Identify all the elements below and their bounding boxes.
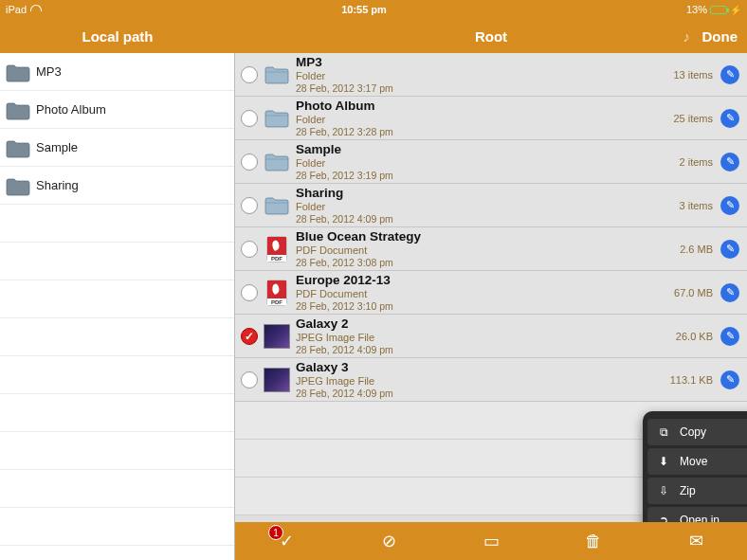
file-row[interactable]: MP3Folder28 Feb, 2012 3:17 pm13 items✎ — [235, 53, 747, 97]
file-info: 13 items — [673, 69, 713, 81]
file-row[interactable]: SampleFolder28 Feb, 2012 3:19 pm2 items✎ — [235, 140, 747, 184]
select-radio[interactable] — [241, 197, 258, 214]
content-title: Root — [235, 28, 747, 45]
done-button[interactable]: Done — [702, 28, 738, 45]
sidebar-item-label: MP3 — [36, 64, 62, 79]
file-name: Galaxy 2 — [296, 316, 670, 332]
file-date: 28 Feb, 2012 3:28 pm — [296, 126, 667, 138]
edit-button[interactable]: ✎ — [720, 153, 739, 172]
pdf-icon — [264, 280, 290, 306]
file-row[interactable]: Blue Ocean StrategyPDF Document28 Feb, 2… — [235, 227, 747, 271]
file-name: Sharing — [296, 186, 674, 201]
zip-icon: ⇩ — [657, 484, 670, 497]
action-button[interactable]: ▭ — [481, 531, 501, 551]
sidebar-item-photo-album[interactable]: Photo Album — [0, 91, 234, 129]
file-name: Sample — [296, 142, 674, 157]
clock: 10:55 pm — [42, 4, 686, 15]
file-name: Photo Album — [296, 99, 667, 114]
charging-icon: ⚡ — [730, 5, 741, 15]
popup-label: Move — [680, 455, 707, 468]
edit-button[interactable]: ✎ — [720, 240, 739, 259]
edit-button[interactable]: ✎ — [720, 65, 739, 84]
file-info: 25 items — [673, 113, 713, 124]
image-icon — [264, 367, 290, 393]
popup-move[interactable]: ⬇Move — [647, 448, 747, 475]
move-icon: ⬇ — [657, 455, 670, 468]
file-date: 28 Feb, 2012 3:10 pm — [296, 300, 668, 313]
battery-percent: 13% — [686, 4, 707, 15]
folder-icon — [6, 100, 28, 119]
edit-button[interactable]: ✎ — [720, 196, 739, 215]
sidebar-item-sharing[interactable]: Sharing — [0, 167, 234, 205]
select-radio[interactable] — [241, 284, 258, 301]
file-row[interactable]: Galaxy 2JPEG Image File28 Feb, 2012 4:09… — [235, 315, 747, 358]
file-type: JPEG Image File — [296, 332, 670, 344]
file-row[interactable]: Europe 2012-13PDF Document28 Feb, 2012 3… — [235, 271, 747, 315]
sidebar-item-mp3[interactable]: MP3 — [0, 53, 234, 91]
select-radio[interactable] — [241, 371, 258, 388]
share-button[interactable]: ✉ — [685, 531, 706, 551]
music-icon[interactable]: ♪ — [683, 28, 691, 45]
file-row[interactable]: SharingFolder28 Feb, 2012 4:09 pm3 items… — [235, 184, 747, 227]
sidebar: MP3Photo AlbumSampleSharing — [0, 53, 235, 560]
file-name: Galaxy 3 — [296, 360, 665, 375]
file-name: MP3 — [296, 55, 667, 70]
file-info: 2 items — [680, 156, 713, 168]
device-label: iPad — [6, 4, 27, 15]
select-radio[interactable] — [241, 241, 258, 258]
sidebar-item-label: Sample — [36, 140, 78, 154]
battery-icon — [710, 6, 727, 14]
wifi-icon — [30, 5, 42, 14]
file-info: 67.0 MB — [674, 287, 713, 298]
folder-icon — [264, 105, 290, 132]
file-date: 28 Feb, 2012 3:19 pm — [296, 170, 674, 182]
popup-label: Copy — [680, 425, 706, 439]
folder-icon — [264, 149, 290, 175]
select-all-button[interactable]: 1 ✓ — [276, 531, 297, 551]
sidebar-item-sample[interactable]: Sample — [0, 129, 234, 167]
copy-icon: ⧉ — [657, 425, 670, 439]
selection-badge: 1 — [268, 525, 283, 540]
folder-icon — [6, 176, 28, 195]
pdf-icon — [264, 236, 290, 262]
popup-copy[interactable]: ⧉Copy — [647, 419, 747, 445]
file-date: 28 Feb, 2012 3:17 pm — [296, 82, 667, 95]
select-radio[interactable] — [241, 328, 258, 345]
bottom-toolbar: 1 ✓ ⊘ ▭ 🗑 ✉ — [235, 522, 747, 560]
sidebar-item-label: Sharing — [36, 178, 79, 192]
sidebar-item-label: Photo Album — [36, 102, 106, 117]
select-radio[interactable] — [241, 154, 258, 171]
folder-icon — [6, 138, 28, 157]
file-row[interactable]: Galaxy 3JPEG Image File28 Feb, 2012 4:09… — [235, 358, 747, 402]
file-type: PDF Document — [296, 288, 668, 300]
file-info: 113.1 KB — [670, 374, 713, 386]
file-name: Blue Ocean Strategy — [296, 229, 674, 244]
delete-button[interactable]: 🗑 — [583, 531, 604, 551]
file-type: Folder — [296, 157, 674, 170]
file-list: MP3Folder28 Feb, 2012 3:17 pm13 items✎Ph… — [235, 53, 747, 560]
edit-button[interactable]: ✎ — [720, 370, 739, 389]
file-date: 28 Feb, 2012 3:08 pm — [296, 257, 674, 269]
file-date: 28 Feb, 2012 4:09 pm — [296, 388, 665, 400]
file-type: Folder — [296, 114, 667, 126]
select-radio[interactable] — [241, 66, 258, 83]
sidebar-title: Local path — [0, 19, 235, 53]
popup-label: Zip — [680, 484, 696, 497]
image-icon — [264, 323, 290, 350]
select-radio[interactable] — [241, 110, 258, 127]
file-name: Europe 2012-13 — [296, 273, 668, 288]
file-row[interactable]: Photo AlbumFolder28 Feb, 2012 3:28 pm25 … — [235, 97, 747, 140]
edit-button[interactable]: ✎ — [720, 109, 739, 128]
folder-icon — [264, 62, 290, 88]
file-date: 28 Feb, 2012 4:09 pm — [296, 213, 674, 226]
file-type: Folder — [296, 201, 674, 213]
file-type: JPEG Image File — [296, 375, 665, 388]
popup-zip[interactable]: ⇩Zip — [647, 478, 747, 504]
edit-button[interactable]: ✎ — [720, 283, 739, 302]
cancel-selection-button[interactable]: ⊘ — [378, 531, 399, 551]
edit-button[interactable]: ✎ — [720, 327, 739, 346]
file-type: Folder — [296, 70, 667, 82]
file-info: 3 items — [680, 200, 713, 211]
file-info: 26.0 KB — [676, 331, 713, 342]
folder-icon — [6, 63, 28, 81]
